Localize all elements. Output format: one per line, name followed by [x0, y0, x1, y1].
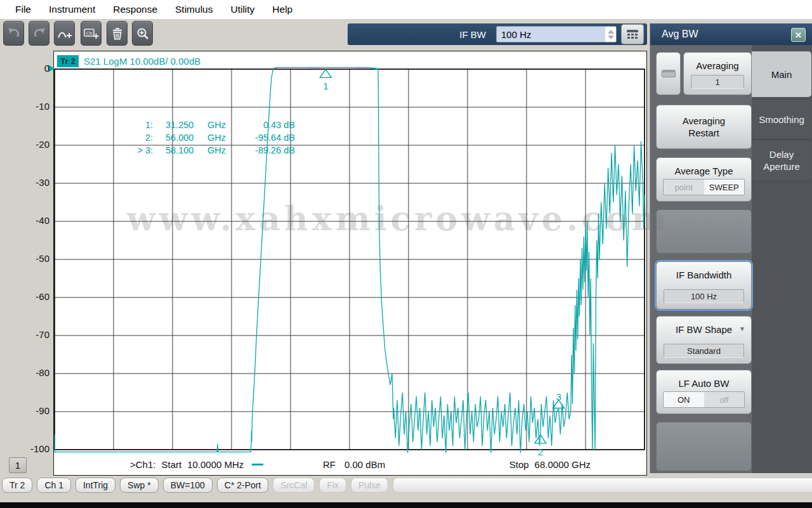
chevron-down-icon: ▼ — [739, 325, 745, 332]
status-button-c-2-port[interactable]: C* 2-Port — [217, 478, 269, 493]
averaging-toggle-button[interactable] — [656, 52, 681, 95]
averaging-value: 1 — [691, 75, 744, 89]
ifbw-value[interactable]: 100 Hz — [497, 27, 605, 42]
chart-area: Tr 2 S21 LogM 10.00dB/ 0.00dB 123 1:31.2… — [53, 51, 647, 476]
bottom-bar — [0, 502, 812, 508]
tab-main[interactable]: Main — [752, 51, 811, 97]
trace-color-dash — [252, 464, 263, 466]
ifbw-spinner[interactable] — [605, 27, 616, 42]
close-icon: ✕ — [795, 30, 802, 40]
averaging-button[interactable]: Averaging 1 — [683, 52, 752, 95]
if-bw-shape-value: Standard — [664, 344, 744, 358]
magnifier-plus-icon — [136, 27, 149, 40]
menu-stimulus[interactable]: Stimulus — [166, 1, 221, 18]
undo-icon — [7, 27, 21, 40]
y-axis-label: -90 — [15, 405, 49, 416]
averaging-restart-button[interactable]: Averaging Restart — [656, 105, 752, 149]
lf-auto-bw-toggle[interactable]: ON off — [663, 391, 745, 408]
panel-title: Avg BW — [662, 29, 698, 40]
lf-auto-bw-label: LF Auto BW — [657, 377, 751, 389]
status-button-ch-1[interactable]: Ch 1 — [37, 478, 71, 493]
average-type-label: Average Type — [657, 165, 751, 177]
zoom-button[interactable] — [132, 21, 153, 46]
marker-3-label: 3 — [556, 391, 561, 402]
lf-auto-bw-button[interactable]: LF Auto BW ON off — [656, 370, 752, 414]
marker-2-label: 2 — [538, 446, 543, 457]
ifbw-input[interactable]: 100 Hz — [496, 26, 617, 42]
if-bw-shape-label: IF BW Shape — [657, 323, 751, 335]
averaging-led-icon — [662, 70, 676, 77]
spinner-down-icon[interactable] — [608, 36, 614, 39]
status-button-fix: Fix — [319, 478, 346, 493]
marker-1-icon[interactable] — [320, 69, 331, 77]
delete-trace-button[interactable] — [107, 21, 128, 46]
redo-button[interactable] — [29, 21, 49, 46]
averaging-label: Averaging — [684, 60, 751, 72]
status-button-blank — [393, 478, 812, 493]
y-axis-label: -100 — [15, 443, 49, 454]
add-channel-icon: Ch — [84, 28, 99, 39]
add-trace-button[interactable] — [54, 21, 75, 46]
marker-readout-row: 1:31.250GHz0.43 dB — [125, 119, 295, 131]
ifbw-toolbar: IF BW 100 Hz — [348, 23, 647, 45]
tab-delay-aperture[interactable]: Delay Aperture — [752, 140, 811, 181]
add-channel-button[interactable]: Ch — [81, 21, 102, 46]
y-axis-label: -70 — [15, 329, 49, 340]
tab-smoothing[interactable]: Smoothing — [752, 99, 811, 140]
panel-header: Avg BW ✕ — [650, 23, 812, 45]
spinner-up-icon[interactable] — [608, 30, 614, 34]
average-type-point[interactable]: point — [664, 179, 704, 195]
average-type-button[interactable]: Average Type point SWEEP — [656, 157, 752, 202]
plot: 123 — [54, 51, 646, 475]
y-axis-label: -40 — [15, 215, 49, 226]
close-button[interactable]: ✕ — [791, 28, 806, 42]
menu-file[interactable]: File — [6, 1, 40, 18]
blank-button-1 — [656, 209, 752, 254]
status-button-srccal: SrcCal — [273, 478, 315, 493]
redo-icon — [32, 27, 46, 40]
menu-response[interactable]: Response — [104, 1, 166, 18]
keypad-icon — [626, 29, 639, 40]
marker-1-label: 1 — [323, 81, 328, 91]
status-button-pulse: Pulse — [351, 478, 388, 493]
if-bw-shape-button[interactable]: IF BW Shape ▼ Standard — [656, 316, 752, 364]
lf-auto-bw-off[interactable]: off — [704, 392, 745, 407]
channel-start-text: >Ch1: Start 10.0000 MHz — [130, 459, 269, 470]
y-axis-label: -50 — [15, 253, 49, 264]
keypad-button[interactable] — [621, 24, 644, 44]
channel-badge[interactable]: 1 — [9, 457, 27, 473]
if-bandwidth-value: 100 Hz — [664, 289, 744, 303]
rf-power-text: RF 0.00 dBm — [323, 459, 394, 470]
avg-bw-panel: MainSmoothingDelay Aperture Avg BW ✕ Ave… — [650, 23, 812, 473]
status-button-inttrig[interactable]: IntTrig — [75, 478, 115, 493]
ifbw-label: IF BW — [459, 29, 486, 40]
lf-auto-bw-on[interactable]: ON — [664, 392, 704, 407]
status-button-tr-2[interactable]: Tr 2 — [2, 478, 32, 493]
y-axis-label: -20 — [15, 139, 49, 150]
undo-button[interactable] — [3, 21, 24, 46]
menu-bar: FileInstrumentResponseStimulusUtilityHel… — [0, 0, 812, 19]
if-bandwidth-button[interactable]: IF Bandwidth 100 Hz — [656, 261, 752, 309]
y-axis-label: -30 — [15, 177, 49, 188]
blank-button-2 — [656, 422, 752, 471]
average-type-toggle[interactable]: point SWEEP — [663, 179, 745, 195]
y-axis-label: 0 — [15, 63, 49, 74]
status-button-swp-[interactable]: Swp * — [120, 478, 159, 493]
panel-tab-column: MainSmoothingDelay Aperture — [752, 45, 812, 473]
y-axis-label: -10 — [15, 101, 49, 112]
average-type-sweep[interactable]: SWEEP — [704, 179, 745, 195]
trace-title: S21 LogM 10.00dB/ 0.00dB — [84, 56, 200, 67]
status-bar: Tr 2Ch 1IntTrigSwp *BW=100C* 2-PortSrcCa… — [2, 478, 812, 493]
status-button-bw-100[interactable]: BW=100 — [163, 478, 213, 493]
marker-readout-row: > 3:58.100GHz-89.26 dB — [125, 144, 295, 157]
trace-badge[interactable]: Tr 2 — [57, 55, 79, 67]
menu-help[interactable]: Help — [263, 1, 301, 18]
svg-text:Ch: Ch — [86, 30, 92, 36]
menu-instrument[interactable]: Instrument — [40, 1, 104, 18]
chart-footer: >Ch1: Start 10.0000 MHz RF 0.00 dBm Stop… — [54, 458, 646, 473]
y-axis-label: -60 — [15, 291, 49, 302]
stop-frequency-text: Stop 68.0000 GHz — [504, 459, 591, 470]
menu-utility[interactable]: Utility — [221, 1, 263, 18]
add-trace-icon — [57, 28, 72, 39]
trash-icon — [111, 27, 124, 40]
